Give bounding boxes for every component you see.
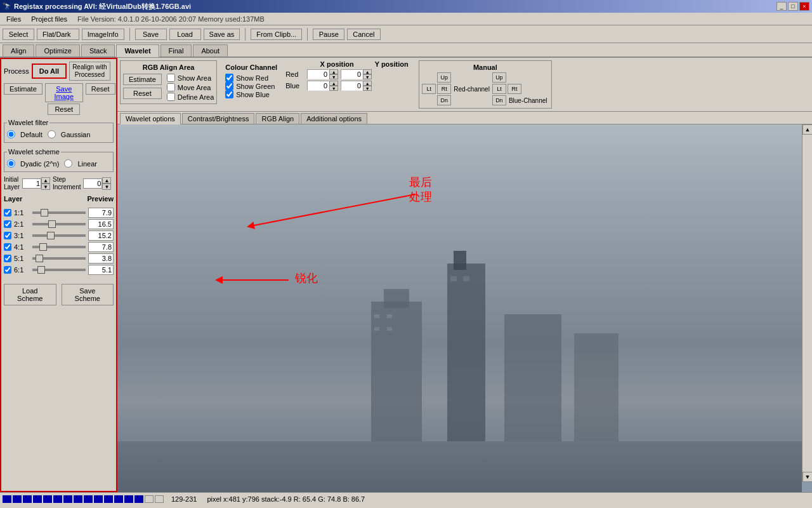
rt-blue-button[interactable]: Rt bbox=[508, 84, 521, 94]
estimate-button[interactable]: Estimate bbox=[4, 83, 43, 95]
layer-5-check[interactable] bbox=[4, 255, 11, 262]
blue-x-up[interactable]: ▲ bbox=[329, 81, 338, 86]
dyadic-radio[interactable] bbox=[7, 159, 15, 168]
sub-tab-rgb-align[interactable]: RGB Align bbox=[256, 113, 299, 124]
blue-xy-row: Blue ▲ ▼ ▲ ▼ bbox=[285, 81, 414, 91]
wavelet-scheme-group: Wavelet scheme Dyadic (2^n) Linear bbox=[4, 148, 114, 172]
scroll-down-btn[interactable]: ▼ bbox=[802, 472, 812, 482]
reset-btn[interactable]: Reset bbox=[123, 88, 162, 99]
red-x-input[interactable] bbox=[307, 69, 329, 79]
show-green-check[interactable] bbox=[225, 82, 233, 90]
reset-button[interactable]: Reset bbox=[48, 104, 80, 115]
layer-4-check[interactable] bbox=[4, 243, 11, 251]
layer-1-thumb[interactable] bbox=[41, 209, 48, 217]
show-blue-check[interactable] bbox=[225, 90, 233, 98]
minimize-button[interactable]: _ bbox=[776, 2, 787, 11]
save-scheme-button[interactable]: SaveScheme bbox=[62, 284, 114, 305]
red-y-down[interactable]: ▼ bbox=[363, 74, 372, 79]
blue-x-down[interactable]: ▼ bbox=[329, 86, 338, 91]
menu-project-files[interactable]: Project files bbox=[26, 14, 72, 24]
layer-4-value[interactable] bbox=[88, 242, 114, 252]
load-button[interactable]: Load bbox=[169, 29, 201, 40]
sub-tab-wavelet[interactable]: Wavelet options bbox=[120, 113, 181, 124]
layer-2-thumb[interactable] bbox=[48, 220, 56, 228]
layer-5-thumb[interactable] bbox=[36, 255, 43, 262]
layer-1-value[interactable] bbox=[88, 208, 114, 218]
layer-3-check[interactable] bbox=[4, 232, 11, 239]
show-area-check[interactable] bbox=[167, 74, 175, 82]
layer-6-thumb[interactable] bbox=[37, 266, 45, 274]
blue-y-up[interactable]: ▲ bbox=[363, 81, 372, 86]
blue-y-input[interactable] bbox=[341, 81, 363, 91]
layer-6-value[interactable] bbox=[88, 265, 114, 275]
flatdark-button[interactable]: Flat/Dark bbox=[37, 29, 79, 40]
layer-2-check[interactable] bbox=[4, 220, 11, 228]
step-increment-input[interactable] bbox=[83, 178, 102, 189]
v-scrollbar: ▲ ▼ bbox=[802, 124, 812, 482]
close-button[interactable]: × bbox=[799, 2, 809, 11]
main-layout: Process Do All Realign with Processed Es… bbox=[0, 58, 812, 492]
tab-wavelet[interactable]: Wavelet bbox=[116, 44, 159, 57]
saveas-button[interactable]: Save as bbox=[204, 29, 240, 40]
default-radio[interactable] bbox=[7, 130, 15, 138]
estimate-btn[interactable]: Estimate bbox=[123, 74, 162, 85]
rgb-align-content: Estimate Reset Show Area Move Area bbox=[123, 74, 214, 101]
red-x-down[interactable]: ▼ bbox=[329, 74, 338, 79]
select-button[interactable]: Select bbox=[3, 29, 34, 40]
dn-red-button[interactable]: Dn bbox=[437, 95, 451, 105]
cancel-button[interactable]: Cancel bbox=[347, 29, 380, 40]
pause-button[interactable]: Pause bbox=[313, 29, 344, 40]
up-blue-button[interactable]: Up bbox=[492, 72, 506, 83]
red-y-up[interactable]: ▲ bbox=[363, 69, 372, 74]
gaussian-radio[interactable] bbox=[48, 130, 56, 138]
up-red-button[interactable]: Up bbox=[437, 72, 451, 83]
do-all-button[interactable]: Do All bbox=[32, 64, 67, 79]
layer-5-value[interactable] bbox=[88, 253, 114, 264]
fromclipb-button[interactable]: From Clipb... bbox=[251, 29, 302, 40]
sub-tab-additional[interactable]: Additional options bbox=[301, 113, 367, 124]
initial-layer-input[interactable] bbox=[22, 178, 41, 189]
manual-grid: Up Up Lt Rt Red-channel Lt Rt Dn bbox=[422, 72, 548, 105]
menu-files[interactable]: Files bbox=[1, 14, 26, 24]
initial-layer-up[interactable]: ▲ bbox=[41, 177, 50, 184]
tab-optimize[interactable]: Optimize bbox=[36, 44, 79, 57]
svg-rect-6 bbox=[374, 314, 379, 318]
tab-about[interactable]: About bbox=[193, 44, 228, 57]
blue-y-down[interactable]: ▼ bbox=[363, 86, 372, 91]
initial-layer-down[interactable]: ▼ bbox=[41, 184, 50, 190]
tab-align[interactable]: Align bbox=[3, 44, 34, 57]
step-down[interactable]: ▼ bbox=[102, 184, 111, 190]
layer-3-thumb[interactable] bbox=[47, 232, 55, 239]
save-button[interactable]: Save bbox=[135, 29, 167, 40]
layer-6-check[interactable] bbox=[4, 266, 11, 274]
realign-button[interactable]: Realign with Processed bbox=[69, 62, 110, 81]
save-image-button[interactable]: SaveImage bbox=[45, 83, 83, 102]
layer-3-value[interactable] bbox=[88, 231, 114, 241]
tab-stack[interactable]: Stack bbox=[81, 44, 115, 57]
sub-tab-contrast[interactable]: Contrast/Brightness bbox=[182, 113, 255, 124]
show-red-check[interactable] bbox=[225, 74, 233, 82]
tab-final[interactable]: Final bbox=[160, 44, 192, 57]
dn-blue-button[interactable]: Dn bbox=[492, 95, 506, 105]
reset-button2[interactable]: Reset bbox=[86, 83, 115, 95]
layer-4-thumb[interactable] bbox=[39, 243, 47, 251]
red-x-up[interactable]: ▲ bbox=[329, 69, 338, 74]
lt-red-button[interactable]: Lt bbox=[422, 84, 436, 94]
status-position: 129-231 bbox=[169, 495, 199, 503]
step-up[interactable]: ▲ bbox=[102, 177, 111, 184]
load-scheme-button[interactable]: LoadScheme bbox=[4, 284, 56, 305]
linear-radio[interactable] bbox=[64, 159, 72, 168]
scroll-up-btn[interactable]: ▲ bbox=[802, 124, 812, 135]
red-y-input[interactable] bbox=[341, 69, 363, 79]
linear-label: Linear bbox=[77, 160, 97, 168]
layer-2-value[interactable] bbox=[88, 219, 114, 229]
move-area-check[interactable] bbox=[167, 83, 175, 91]
define-area-check[interactable] bbox=[167, 93, 175, 101]
imageinfo-button[interactable]: ImageInfo bbox=[82, 29, 124, 40]
maximize-button[interactable]: □ bbox=[788, 2, 798, 11]
blue-x-input[interactable] bbox=[307, 81, 329, 91]
lt-blue-button[interactable]: Lt bbox=[492, 84, 506, 94]
layer-row: 3:1 bbox=[4, 231, 114, 241]
layer-1-check[interactable] bbox=[4, 209, 11, 217]
rt-red-button[interactable]: Rt bbox=[437, 84, 451, 94]
